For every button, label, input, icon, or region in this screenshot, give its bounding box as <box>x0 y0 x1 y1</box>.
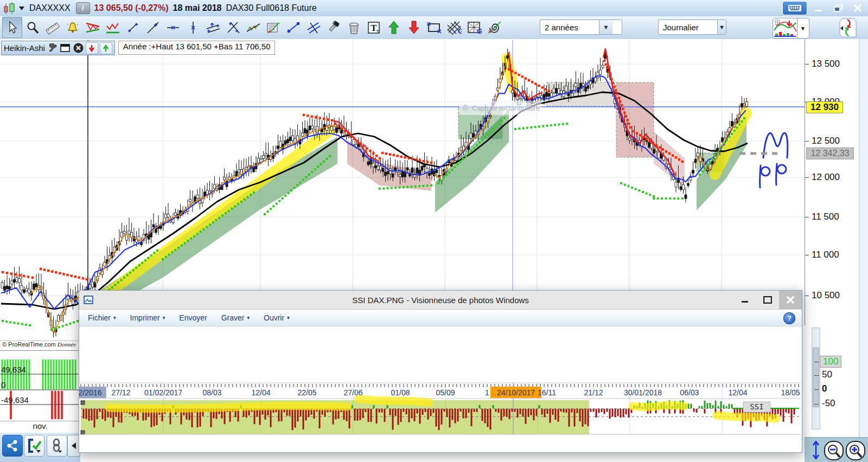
indicator-settings-wrench-icon[interactable] <box>47 43 58 54</box>
symbol-dropdown-icon[interactable] <box>18 5 25 11</box>
highlighted-price-label: 12 930 <box>806 101 843 113</box>
date-tick: 21/12 <box>584 388 603 397</box>
date-tick: 01/02/2017 <box>144 388 182 397</box>
bottom-right-toolbar <box>805 437 868 462</box>
right-scroll-strip[interactable] <box>859 39 868 437</box>
timeframe-select[interactable]: Journalier ▼ <box>658 20 726 35</box>
panel-scrollbar-thumb[interactable] <box>813 348 819 407</box>
price-tick: 11 500 <box>812 211 839 222</box>
menu-envoyer[interactable]: Envoyer <box>179 313 207 322</box>
segment-tool[interactable] <box>123 17 143 38</box>
left-oscillator-panel: 49,6340-49,634 <box>0 350 81 421</box>
spiral-tool[interactable] <box>484 17 504 38</box>
price-tick: 13 500 <box>812 59 840 69</box>
move-pane-up-icon[interactable] <box>100 42 112 54</box>
vertical-line-tool[interactable] <box>183 17 203 38</box>
menu-imprimer[interactable]: Imprimer▾ <box>130 313 165 322</box>
menu-graver[interactable]: Graver▾ <box>221 313 250 322</box>
trendline-tool[interactable] <box>143 17 163 38</box>
indicator-window-icon[interactable] <box>60 43 71 54</box>
symbol-name: DAXXXXX <box>29 3 71 13</box>
text-tool[interactable]: T <box>363 17 384 38</box>
month-label: nov. <box>33 421 47 431</box>
oscillator-scale-label: 49,634 <box>1 365 26 374</box>
crossing-lines-tool[interactable] <box>223 17 243 38</box>
drawing-toolbar: T G G 2 années ▼ Journalier ▼ ▼ <box>0 16 868 40</box>
date-tick: 30/01/2018 <box>624 388 662 397</box>
zoom-out-button[interactable] <box>824 441 844 460</box>
vertical-fit-icon[interactable] <box>811 441 821 459</box>
tools-settings-tool[interactable] <box>323 17 343 38</box>
year-high-low-label: Année :+Haut 13 601,50 +Bas 11 706,50 <box>118 41 276 55</box>
arrow-down-tool[interactable] <box>404 17 424 38</box>
ssi-scale-label: 0 <box>822 383 827 394</box>
indicator-close-icon[interactable] <box>73 43 84 54</box>
pattern-zigzag-tool[interactable] <box>103 17 123 38</box>
ssi-scale-label: 100 <box>820 356 841 368</box>
date-tick: 08/03 <box>202 388 221 397</box>
zoom-in-button[interactable] <box>846 441 865 460</box>
arrow-up-tool[interactable] <box>384 17 404 38</box>
menu-ouvrir[interactable]: Ouvrir▾ <box>264 313 290 322</box>
range-select[interactable]: 2 années ▼ <box>540 20 622 35</box>
svg-text:G: G <box>477 27 482 35</box>
cursor-price-label: 12 342,33 <box>806 147 854 159</box>
resize-tool[interactable] <box>283 17 303 38</box>
restore-button[interactable] <box>830 2 846 15</box>
parallel-lines-tool[interactable] <box>303 17 323 38</box>
last-price: 13 065,50 (-0,27%) <box>94 3 169 13</box>
regression-channel-tool[interactable] <box>243 17 263 38</box>
ssi-scale-label: -50 <box>822 398 835 409</box>
pv-close-button[interactable] <box>779 291 802 309</box>
svg-text:G: G <box>458 27 462 35</box>
pattern-triangle-tool[interactable] <box>82 17 103 38</box>
chart-style-caret-icon: ▼ <box>797 18 808 38</box>
minimize-button[interactable] <box>810 2 827 15</box>
gann-grid-tool[interactable]: G <box>444 17 464 38</box>
trash-tool[interactable] <box>343 17 363 38</box>
ssi-axis-panel: 100500-50 <box>805 325 859 437</box>
photo-viewer-title-bar[interactable]: SSI DAX.PNG - Visionneuse de photos Wind… <box>79 291 802 310</box>
menu-caret-icon: ▾ <box>113 315 116 320</box>
menu-caret-icon: ▾ <box>163 315 165 320</box>
ssi-scale-label: 50 <box>822 369 832 380</box>
screen: { "app": { "titlebar": {"symbol":"DAXXXX… <box>0 0 868 462</box>
annotation-list-tool[interactable] <box>263 17 283 38</box>
help-button[interactable]: ? <box>783 312 795 324</box>
date-tick: 1 <box>485 388 489 397</box>
validate-list-button[interactable] <box>24 435 44 457</box>
date-tick: 16/11 <box>538 388 556 397</box>
share-button[interactable] <box>2 435 23 457</box>
move-pane-down-icon[interactable] <box>86 42 98 54</box>
keyboard-button[interactable] <box>782 1 807 15</box>
price-tick: 10 500 <box>812 290 840 301</box>
photo-viewer-title: SSI DAX.PNG - Visionneuse de photos Wind… <box>352 296 529 305</box>
zone-rectangle-tool[interactable] <box>424 17 444 38</box>
zoom-tool[interactable] <box>22 17 42 38</box>
close-button[interactable] <box>850 2 866 15</box>
menu-caret-icon: ▾ <box>287 315 290 320</box>
snip-watermark: Capture rectangulaire <box>472 104 540 112</box>
indicator-panel-button[interactable] <box>837 17 857 38</box>
alert-bell-tool[interactable] <box>62 17 82 38</box>
ruler-tool[interactable] <box>42 17 62 38</box>
chart-style-button[interactable]: ▼ <box>773 18 809 39</box>
info-button[interactable]: i <box>76 2 90 14</box>
price-tick: 11 000 <box>812 249 839 260</box>
date-tick: 05/09 <box>436 388 455 397</box>
range-select-value: 2 années <box>540 23 599 32</box>
date-tick: 12/04 <box>251 388 270 397</box>
pv-minimize-button[interactable] <box>733 291 756 309</box>
photo-viewer-menu-bar: Fichier▾Imprimer▾EnvoyerGraver▾Ouvrir▾? <box>79 310 802 326</box>
pointer-tool[interactable] <box>2 17 22 38</box>
horizontal-line-tool[interactable] <box>163 17 183 38</box>
photo-viewer-icon <box>84 295 93 305</box>
parallel-channel-tool[interactable] <box>203 17 223 38</box>
panel-scrollbar[interactable] <box>812 328 820 429</box>
instrument-candles-icon <box>2 1 18 15</box>
pv-maximize-button[interactable] <box>756 291 779 309</box>
gann-box-tool[interactable]: G <box>464 17 484 38</box>
menu-fichier[interactable]: Fichier▾ <box>88 313 116 322</box>
link-button[interactable] <box>47 435 67 457</box>
date-tick: 27/12 <box>111 388 130 397</box>
